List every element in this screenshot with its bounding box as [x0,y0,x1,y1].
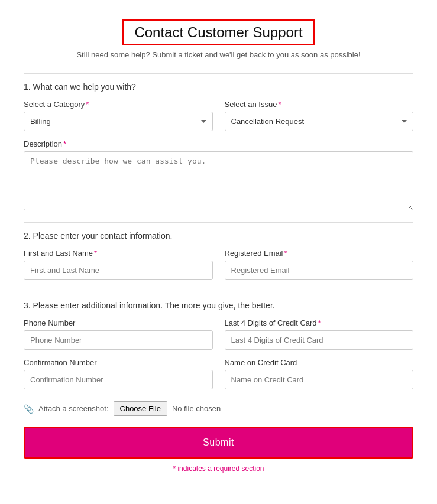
email-required-star: * [284,249,287,258]
confirmation-label: Confirmation Number [24,358,213,367]
namecard-group: Name on Credit Card [225,358,414,389]
section-1-divider [24,73,413,74]
name-email-row: First and Last Name* Registered Email* [24,249,413,280]
description-required-star: * [63,139,66,148]
name-input[interactable] [24,261,213,280]
submit-wrapper: Submit [24,427,413,459]
section-3: 3. Please enter additional information. … [24,292,413,389]
email-group: Registered Email* [225,249,414,280]
email-label: Registered Email* [225,249,414,258]
namecard-label: Name on Credit Card [225,358,414,367]
namecard-input[interactable] [225,370,414,389]
email-input[interactable] [225,261,414,280]
confirmation-namecard-row: Confirmation Number Name on Credit Card [24,358,413,389]
attach-row: 📎 Attach a screenshot: Choose File No fi… [24,401,413,416]
section-1: 1. What can we help you with? Select a C… [24,73,413,210]
issue-required-star: * [278,100,281,109]
required-note: * indicates a required section [24,464,413,473]
description-label: Description* [24,139,413,148]
issue-group: Select an Issue* Cancellation Request Bi… [225,100,414,131]
attach-label: Attach a screenshot: [38,404,109,413]
category-issue-row: Select a Category* Billing Technical Sup… [24,100,413,131]
page-subtitle: Still need some help? Submit a ticket an… [24,50,413,59]
submit-button[interactable]: Submit [25,428,412,457]
phone-input[interactable] [24,330,213,350]
phone-group: Phone Number [24,318,213,350]
phone-creditcard-row: Phone Number Last 4 Digits of Credit Car… [24,318,413,350]
top-divider [24,12,413,12]
category-label: Select a Category* [24,100,213,109]
category-group: Select a Category* Billing Technical Sup… [24,100,213,131]
creditcard-input[interactable] [225,330,414,350]
name-required-star: * [94,249,97,258]
section-2-heading: 2. Please enter your contact information… [24,231,413,240]
category-required-star: * [86,100,89,109]
choose-file-button[interactable]: Choose File [114,401,167,416]
clip-icon: 📎 [24,404,34,414]
description-textarea[interactable] [24,151,413,210]
confirmation-group: Confirmation Number [24,358,213,389]
section-3-divider [24,292,413,292]
issue-select[interactable]: Cancellation Request Billing Issue Refun… [225,112,414,131]
confirmation-input[interactable] [24,370,213,389]
page-title: Contact Customer Support [122,19,314,45]
creditcard-required-star: * [318,318,321,327]
creditcard-label: Last 4 Digits of Credit Card* [225,318,414,327]
creditcard-group: Last 4 Digits of Credit Card* [225,318,414,350]
name-label: First and Last Name* [24,249,213,258]
no-file-text: No file chosen [172,404,221,413]
issue-label: Select an Issue* [225,100,414,109]
description-group: Description* [24,139,413,210]
section-2: 2. Please enter your contact information… [24,222,413,280]
section-1-heading: 1. What can we help you with? [24,82,413,92]
phone-label: Phone Number [24,318,213,327]
name-group: First and Last Name* [24,249,213,280]
category-select[interactable]: Billing Technical Support Account Other [24,112,213,131]
section-3-heading: 3. Please enter additional information. … [24,301,413,310]
section-2-divider [24,222,413,223]
